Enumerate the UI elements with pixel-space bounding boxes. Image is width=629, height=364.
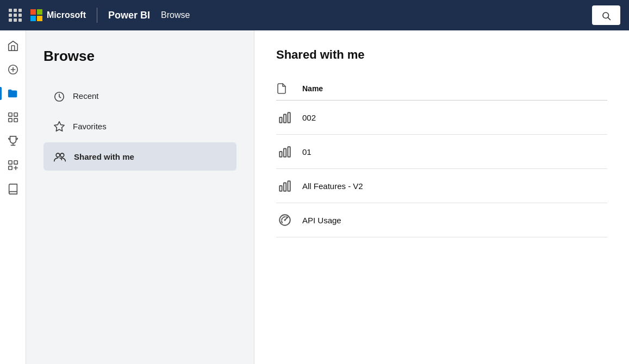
search-box[interactable] bbox=[592, 5, 620, 25]
browse-item-shared[interactable]: Shared with me bbox=[43, 142, 236, 171]
svg-rect-8 bbox=[14, 118, 17, 122]
nav-divider bbox=[97, 8, 97, 23]
svg-rect-12 bbox=[14, 161, 17, 164]
main-area: Browse Recent Favorites bbox=[0, 30, 629, 364]
browse-panel: Browse Recent Favorites bbox=[26, 30, 254, 364]
svg-rect-7 bbox=[8, 118, 11, 122]
star-icon bbox=[53, 120, 65, 133]
svg-rect-13 bbox=[8, 166, 11, 170]
sidebar-create-icon[interactable] bbox=[2, 59, 24, 80]
browse-item-favorites-label: Favorites bbox=[73, 122, 107, 131]
microsoft-logo[interactable]: Microsoft bbox=[30, 9, 86, 21]
row-name-apiusage: API Usage bbox=[302, 216, 341, 225]
svg-rect-20 bbox=[288, 113, 290, 123]
name-column-label: Name bbox=[302, 84, 323, 93]
svg-point-28 bbox=[284, 219, 285, 221]
bar-chart-icon-allfeatures bbox=[276, 179, 294, 193]
svg-rect-21 bbox=[279, 152, 282, 157]
sidebar-browse-icon[interactable] bbox=[2, 83, 24, 104]
content-title: Shared with me bbox=[276, 48, 607, 62]
table-row[interactable]: API Usage bbox=[276, 203, 607, 237]
row-name-allfeatures: All Features - V2 bbox=[302, 181, 363, 191]
icon-sidebar bbox=[0, 30, 26, 364]
search-icon bbox=[601, 10, 611, 21]
table-header: Name bbox=[276, 77, 607, 101]
page-name: Browse bbox=[161, 10, 190, 20]
browse-menu: Recent Favorites bbox=[43, 82, 236, 171]
svg-rect-24 bbox=[279, 186, 282, 191]
top-nav: Microsoft Power BI Browse bbox=[0, 0, 629, 30]
row-name-002: 002 bbox=[302, 113, 316, 122]
sidebar-learn-icon[interactable] bbox=[2, 178, 24, 200]
row-name-01: 01 bbox=[302, 147, 312, 156]
microsoft-label: Microsoft bbox=[47, 10, 86, 20]
browse-title: Browse bbox=[43, 48, 236, 65]
people-icon bbox=[53, 150, 66, 163]
waffle-menu[interactable] bbox=[9, 9, 22, 22]
svg-rect-26 bbox=[288, 181, 290, 191]
sidebar-hub-icon[interactable] bbox=[2, 106, 24, 128]
svg-rect-19 bbox=[284, 115, 286, 123]
content-panel: Shared with me Name 002 bbox=[254, 30, 629, 364]
browse-item-recent[interactable]: Recent bbox=[43, 82, 236, 110]
browse-item-shared-label: Shared with me bbox=[74, 152, 134, 161]
table-row[interactable]: 01 bbox=[276, 135, 607, 169]
svg-line-1 bbox=[608, 17, 610, 20]
svg-point-17 bbox=[60, 153, 64, 157]
svg-rect-6 bbox=[14, 113, 17, 116]
svg-marker-15 bbox=[54, 122, 64, 131]
clock-icon bbox=[53, 90, 65, 103]
svg-rect-11 bbox=[8, 161, 11, 164]
svg-point-16 bbox=[56, 153, 60, 157]
app-name: Power BI bbox=[108, 10, 150, 21]
svg-rect-25 bbox=[284, 183, 286, 191]
gauge-icon-apiusage bbox=[276, 213, 294, 227]
svg-rect-5 bbox=[8, 113, 11, 116]
svg-rect-23 bbox=[288, 147, 290, 157]
table-row[interactable]: 002 bbox=[276, 101, 607, 135]
table-row[interactable]: All Features - V2 bbox=[276, 169, 607, 203]
browse-item-favorites[interactable]: Favorites bbox=[43, 112, 236, 141]
bar-chart-icon-002 bbox=[276, 110, 294, 124]
browse-item-recent-label: Recent bbox=[73, 91, 99, 101]
sidebar-apps-icon[interactable] bbox=[2, 154, 24, 176]
sidebar-goals-icon[interactable] bbox=[2, 130, 24, 152]
bar-chart-icon-01 bbox=[276, 145, 294, 159]
name-column-icon bbox=[276, 83, 294, 95]
sidebar-home-icon[interactable] bbox=[2, 35, 24, 57]
svg-rect-22 bbox=[284, 149, 286, 157]
svg-rect-18 bbox=[279, 117, 282, 123]
